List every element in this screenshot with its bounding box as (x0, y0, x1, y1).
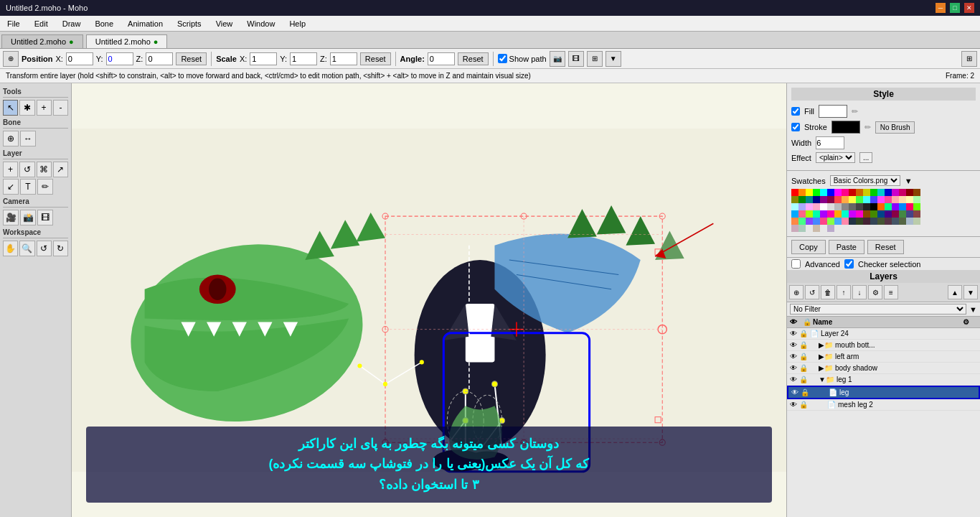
filter-select[interactable]: No Filter (790, 304, 966, 315)
reset-style-button[interactable]: Reset (867, 240, 904, 254)
swatch-85[interactable] (885, 218, 892, 225)
swatch-38[interactable] (806, 203, 813, 210)
swatch-94[interactable] (820, 225, 827, 232)
swatch-22[interactable] (820, 196, 827, 203)
swatch-80[interactable] (849, 218, 856, 225)
effect-more-button[interactable]: ... (859, 152, 872, 163)
width-input[interactable] (816, 136, 844, 149)
swatch-36[interactable] (791, 203, 798, 210)
layers-tool1[interactable]: ⊕ (789, 285, 804, 299)
swatch-43[interactable] (842, 203, 849, 210)
swatch-11[interactable] (870, 189, 877, 196)
menu-window[interactable]: Window (240, 18, 282, 29)
layers-tool3[interactable]: 🗑 (821, 285, 835, 299)
swatch-88[interactable] (906, 218, 913, 225)
swatch-77[interactable] (827, 218, 834, 225)
reset1-button[interactable]: Reset (176, 52, 207, 65)
layer-vis-0[interactable]: 👁 (790, 330, 797, 337)
swatch-56[interactable] (806, 210, 813, 218)
swatch-25[interactable] (842, 196, 849, 203)
swatch-62[interactable] (849, 210, 856, 218)
swatch-7[interactable] (842, 189, 849, 196)
swatch-83[interactable] (870, 218, 877, 225)
swatch-73[interactable] (798, 218, 806, 225)
swatch-61[interactable] (842, 210, 849, 218)
swatch-41[interactable] (827, 203, 834, 210)
layer-lock-5[interactable]: 🔒 (801, 388, 809, 396)
camera-tool3[interactable]: 🎞 (37, 210, 53, 225)
swatch-0[interactable] (791, 189, 798, 196)
swatch-54[interactable] (791, 210, 798, 218)
swatch-1[interactable] (798, 189, 806, 196)
layer-lock-6[interactable]: 🔒 (799, 401, 808, 409)
transform-tool[interactable]: ✱ (19, 100, 34, 116)
swatch-81[interactable] (856, 218, 863, 225)
layer-tool5[interactable]: ↙ (3, 179, 19, 195)
swatch-9[interactable] (856, 189, 863, 196)
paste-button[interactable]: Paste (829, 240, 864, 254)
swatch-78[interactable] (834, 218, 842, 225)
layer-item-3[interactable]: 👁 🔒 ▶ 📁 body shadow (787, 363, 980, 374)
swatch-20[interactable] (806, 196, 813, 203)
layers-tool2[interactable]: ↺ (805, 285, 819, 299)
swatch-53[interactable] (913, 203, 920, 210)
rotate-layer-tool[interactable]: ↺ (19, 162, 34, 177)
effect-select[interactable]: <plain> (816, 152, 855, 163)
filter-dropdown-arrow[interactable]: ▼ (969, 305, 977, 314)
layers-tool4[interactable]: ↑ (837, 285, 851, 299)
swatch-4[interactable] (820, 189, 827, 196)
swatch-37[interactable] (798, 203, 806, 210)
swatch-30[interactable] (877, 196, 885, 203)
scale-z-input[interactable] (330, 52, 357, 65)
swatch-92[interactable] (806, 225, 813, 232)
layer-expand-2[interactable]: ▶ (819, 353, 824, 360)
swatch-40[interactable] (820, 203, 827, 210)
swatch-34[interactable] (906, 196, 913, 203)
swatch-16[interactable] (906, 189, 913, 196)
stroke-checkbox[interactable] (791, 123, 800, 131)
bone-tool[interactable]: ⊕ (3, 131, 19, 146)
menu-help[interactable]: Help (282, 18, 313, 29)
swatch-75[interactable] (813, 218, 820, 225)
scale-x-input[interactable] (250, 52, 277, 65)
copy-button[interactable]: Copy (791, 240, 826, 254)
menu-edit[interactable]: Edit (27, 18, 55, 29)
swatch-48[interactable] (877, 203, 885, 210)
menu-draw[interactable]: Draw (55, 18, 88, 29)
swatch-5[interactable] (827, 189, 834, 196)
swatch-49[interactable] (885, 203, 892, 210)
swatch-72[interactable] (791, 218, 798, 225)
stroke-edit-icon[interactable]: ✏ (864, 123, 871, 132)
swatch-63[interactable] (856, 210, 863, 218)
swatch-64[interactable] (863, 210, 870, 218)
swatch-45[interactable] (856, 203, 863, 210)
fill-checkbox[interactable] (791, 107, 800, 116)
swatch-50[interactable] (892, 203, 899, 210)
swatches-dropdown-arrow[interactable]: ▼ (905, 177, 913, 185)
swatch-90[interactable] (791, 225, 798, 232)
layer-vis-5[interactable]: 👁 (791, 388, 798, 396)
no-brush-button[interactable]: No Brush (875, 121, 915, 134)
swatch-39[interactable] (813, 203, 820, 210)
grid-icon-btn[interactable]: ⊞ (961, 51, 977, 67)
text-tool[interactable]: T (20, 179, 36, 195)
swatch-76[interactable] (820, 218, 827, 225)
camera-tool2[interactable]: 📸 (20, 210, 36, 225)
swatch-46[interactable] (863, 203, 870, 210)
swatch-52[interactable] (906, 203, 913, 210)
layer-expand-3[interactable]: ▶ (819, 364, 824, 372)
dropdown-btn[interactable]: ▼ (606, 51, 621, 67)
angle-input[interactable] (428, 52, 455, 65)
swatch-47[interactable] (870, 203, 877, 210)
position-z-input[interactable] (146, 52, 173, 65)
scale-y-input[interactable] (290, 52, 317, 65)
swatch-14[interactable] (892, 189, 899, 196)
tab-2[interactable]: Untitled 2.moho● (86, 34, 168, 48)
undo-tool[interactable]: ↺ (37, 241, 52, 256)
swatch-65[interactable] (870, 210, 877, 218)
menu-animation[interactable]: Animation (121, 18, 170, 29)
transform-icon[interactable]: ⊕ (3, 51, 19, 67)
layer-vis-2[interactable]: 👁 (790, 353, 797, 360)
layer-lock-4[interactable]: 🔒 (799, 376, 808, 383)
advanced-checkbox[interactable] (791, 259, 801, 269)
